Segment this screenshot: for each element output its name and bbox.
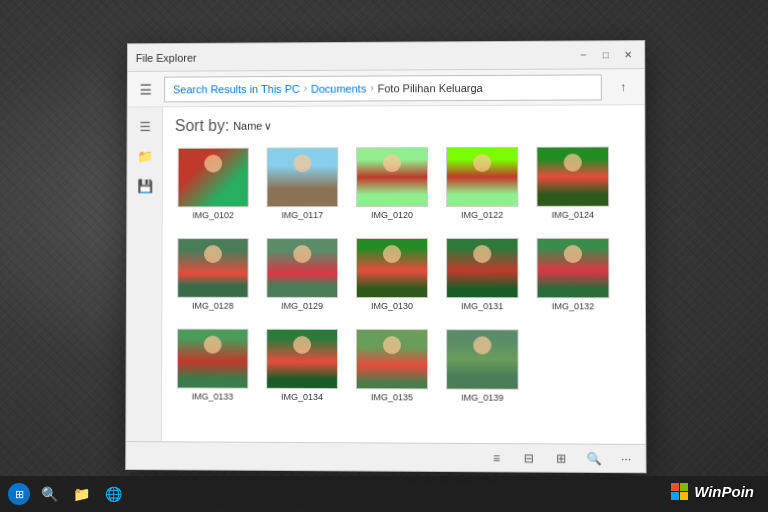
- photo-label: IMG_0117: [281, 210, 323, 220]
- taskbar-search-icon[interactable]: 🔍: [36, 481, 62, 507]
- photo-item[interactable]: IMG_0129: [261, 233, 343, 316]
- sidebar-folder-icon[interactable]: 📁: [134, 145, 156, 167]
- photo-thumbnail: [266, 238, 338, 298]
- photo-label: IMG_0134: [281, 392, 323, 402]
- sort-value-text: Name: [233, 120, 262, 132]
- face-shape: [383, 245, 401, 263]
- face-shape: [564, 245, 582, 263]
- winpoin-text: WinPoin: [694, 483, 754, 500]
- photo-thumbnail: [177, 329, 249, 389]
- hamburger-icon[interactable]: ☰: [136, 77, 157, 101]
- face-shape: [293, 336, 311, 354]
- photo-item[interactable]: IMG_0133: [172, 324, 254, 407]
- statusbar: ≡ ⊟ ⊞ 🔍 ···: [126, 441, 645, 472]
- breadcrumb[interactable]: Search Results in This PC › Documents › …: [164, 74, 602, 102]
- winpoin-watermark: WinPoin: [671, 483, 754, 500]
- photo-label: IMG_0130: [371, 301, 413, 311]
- photo-item[interactable]: IMG_0128: [172, 233, 253, 316]
- photo-item[interactable]: IMG_0102: [173, 143, 254, 226]
- photo-thumbnail: [537, 238, 610, 298]
- photo-grid: IMG_0102IMG_0117IMG_0120IMG_0122IMG_0124…: [172, 141, 635, 408]
- face-shape: [473, 245, 491, 263]
- photo-thumbnail: [266, 329, 338, 389]
- photo-label: IMG_0132: [552, 301, 595, 311]
- photo-label: IMG_0122: [461, 210, 503, 220]
- addressbar: ☰ Search Results in This PC › Documents …: [128, 69, 645, 107]
- photo-item[interactable]: IMG_0134: [261, 324, 343, 407]
- face-shape: [383, 154, 401, 172]
- photo-thumbnail: [536, 146, 609, 206]
- photo-thumbnail: [356, 329, 428, 389]
- tile-view-icon[interactable]: ⊟: [518, 447, 540, 469]
- photo-thumbnail: [177, 238, 248, 298]
- sort-bar: Sort by: Name ∨: [173, 113, 634, 137]
- taskbar-explorer-icon[interactable]: 🌐: [100, 481, 126, 507]
- sort-arrow-icon: ∨: [264, 119, 272, 132]
- titlebar: File Explorer − □ ✕: [128, 41, 644, 72]
- winpoin-logo: [671, 483, 688, 500]
- face-shape: [293, 154, 311, 172]
- content-area: ☰ 📁 💾 Sort by: Name ∨ IMG_0102IMG_0117IM…: [126, 105, 645, 444]
- photo-item[interactable]: IMG_0131: [441, 233, 524, 316]
- photo-label: IMG_0124: [552, 210, 594, 220]
- windows-logo-grid: [671, 483, 688, 500]
- close-button[interactable]: ✕: [620, 47, 636, 63]
- up-button[interactable]: ↑: [610, 74, 636, 100]
- face-shape: [473, 154, 491, 172]
- photo-thumbnail: [446, 238, 518, 298]
- sort-value-button[interactable]: Name ∨: [233, 119, 272, 132]
- photo-item[interactable]: IMG_0122: [441, 142, 523, 225]
- grid-view-icon[interactable]: ⊞: [550, 447, 572, 469]
- photo-thumbnail: [356, 147, 428, 207]
- face-shape: [564, 154, 582, 172]
- face-shape: [293, 245, 311, 263]
- photo-label: IMG_0131: [461, 301, 503, 311]
- list-view-icon[interactable]: ≡: [485, 447, 507, 469]
- face-shape: [473, 336, 491, 354]
- sidebar-drive-icon[interactable]: 💾: [134, 175, 156, 197]
- logo-sq-yellow: [680, 492, 688, 500]
- face-shape: [204, 155, 222, 173]
- maximize-button[interactable]: □: [598, 47, 614, 63]
- photo-label: IMG_0135: [371, 392, 413, 402]
- taskbar: ⊞ 🔍 📁 🌐: [0, 476, 768, 512]
- window-title: File Explorer: [136, 51, 197, 63]
- sidebar: ☰ 📁 💾: [126, 107, 163, 441]
- photo-item[interactable]: IMG_0124: [531, 141, 614, 224]
- photo-label: IMG_0129: [281, 301, 323, 311]
- search-icon[interactable]: 🔍: [582, 447, 604, 469]
- photo-item[interactable]: IMG_0130: [351, 233, 433, 316]
- window-controls: − □ ✕: [575, 47, 636, 63]
- more-icon[interactable]: ···: [615, 447, 637, 469]
- photo-thumbnail: [446, 147, 518, 207]
- face-shape: [204, 245, 222, 263]
- photo-item[interactable]: IMG_0132: [532, 233, 615, 317]
- photo-label: IMG_0139: [461, 393, 503, 403]
- breadcrumb-sep-2: ›: [370, 83, 373, 94]
- breadcrumb-sep-1: ›: [304, 83, 307, 94]
- breadcrumb-documents[interactable]: Documents: [311, 82, 366, 94]
- face-shape: [383, 336, 401, 354]
- logo-sq-green: [680, 483, 688, 491]
- logo-sq-blue: [671, 492, 679, 500]
- logo-sq-red: [671, 483, 679, 491]
- face-shape: [204, 336, 222, 354]
- breadcrumb-search[interactable]: Search Results in This PC: [173, 82, 300, 95]
- main-content: Sort by: Name ∨ IMG_0102IMG_0117IMG_0120…: [162, 105, 646, 444]
- photo-label: IMG_0128: [192, 301, 234, 311]
- taskbar-files-icon[interactable]: 📁: [68, 481, 94, 507]
- photo-item[interactable]: IMG_0117: [262, 142, 344, 225]
- photo-label: IMG_0133: [192, 391, 234, 401]
- minimize-button[interactable]: −: [575, 47, 591, 63]
- photo-label: IMG_0120: [371, 210, 413, 220]
- file-explorer-window: File Explorer − □ ✕ ☰ Search Results in …: [125, 40, 646, 473]
- sort-label: Sort by:: [175, 117, 229, 135]
- photo-item[interactable]: IMG_0135: [351, 324, 433, 408]
- photo-item[interactable]: IMG_0120: [351, 142, 433, 225]
- photo-thumbnail: [267, 147, 339, 207]
- photo-thumbnail: [446, 329, 519, 390]
- photo-thumbnail: [356, 238, 428, 298]
- photo-item[interactable]: IMG_0139: [441, 324, 524, 408]
- start-button[interactable]: ⊞: [8, 483, 30, 505]
- sidebar-nav-icon[interactable]: ☰: [134, 115, 156, 137]
